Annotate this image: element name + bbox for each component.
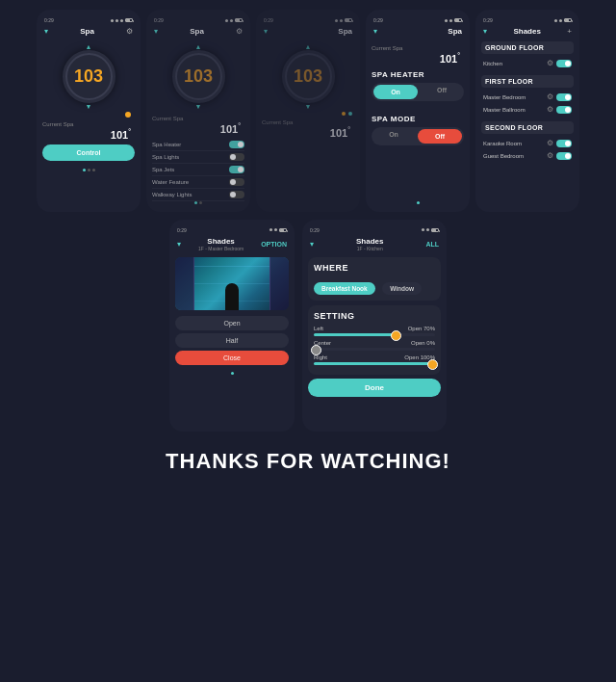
left-value: Open 70%: [408, 326, 435, 331]
shades-title-6: Shades: [181, 237, 261, 246]
current-value: 101°: [42, 128, 135, 141]
status-bar-6: 0:29: [175, 227, 289, 233]
list-item-jets: Spa Jets: [152, 164, 244, 176]
spa-dim-screen: 0:29 ▾ Spa ▲ 103 ▼ Current Spa 101°: [256, 10, 360, 212]
current-label: Current Spa: [42, 121, 135, 127]
right-slider[interactable]: [314, 362, 435, 365]
time: 0:29: [44, 17, 54, 23]
heater-off-button[interactable]: Off: [420, 83, 464, 101]
add-icon[interactable]: +: [567, 27, 572, 36]
list-item-heater: Spa Heater: [152, 139, 244, 151]
kitchen-room: Kitchen ⚙: [481, 57, 574, 69]
right-slider-row: Right Open 100%: [314, 354, 435, 365]
spa-list-screen: 0:29 ▾ Spa ⚙ ▲ 103 ▼ Current Spa 101° Sp…: [146, 10, 250, 212]
shades-list-screen: 0:29 ▾ Shades + GROUND FLOOR Kitchen ⚙ F…: [475, 10, 579, 212]
current-label-2: Current Spa: [152, 116, 244, 121]
control-button[interactable]: Control: [42, 144, 135, 161]
status-bar-4: 0:29: [372, 17, 464, 23]
screen-header-6: ▾ Shades 1F - Master Bedroom OPTION: [175, 237, 289, 251]
master-ballroom-room: Master Ballroom ⚙: [481, 103, 574, 116]
screen-title: Spa: [80, 27, 94, 36]
list-item-water: Water Feature: [152, 176, 244, 189]
status-bar: 0:29: [42, 17, 135, 23]
karaoke-gear-icon[interactable]: ⚙: [547, 139, 553, 147]
toggle-walkway[interactable]: [229, 191, 244, 198]
chevron-down-icon-3[interactable]: ▾: [264, 27, 268, 36]
toggle-heater[interactable]: [229, 141, 244, 148]
spa-dial-screen: 0:29 ▾ Spa ⚙ ▲ 103 ▼ Current Spa 1: [37, 10, 141, 212]
heater-toggle-group: On Off: [372, 83, 464, 101]
first-floor-title: FIRST FLOOR: [481, 75, 574, 88]
master-ball-gear-icon[interactable]: ⚙: [547, 105, 553, 114]
open-button[interactable]: Open: [175, 316, 289, 330]
time-4: 0:29: [373, 17, 383, 23]
time-5: 0:29: [483, 17, 493, 23]
guest-toggle[interactable]: [556, 152, 572, 160]
kitchen-toggle[interactable]: [556, 60, 572, 67]
left-label: Left: [314, 326, 323, 331]
toggle-lights[interactable]: [229, 153, 244, 161]
second-floor-title: SECOND FLOOR: [481, 121, 574, 134]
first-floor-section: FIRST FLOOR Master Bedroom ⚙ Master Ball…: [481, 75, 574, 116]
screen-title-2: Spa: [190, 27, 204, 36]
shades-title-7: Shades: [314, 237, 425, 246]
center-value: Open 0%: [411, 340, 435, 346]
close-button[interactable]: Close: [175, 351, 289, 365]
dial-ring[interactable]: 103: [63, 50, 116, 103]
status-bar-2: 0:29: [152, 17, 244, 23]
status-bar-7: 0:29: [308, 227, 441, 233]
setting-section: SETTING Left Open 70% Center Open 0%: [308, 305, 441, 375]
status-bar-3: 0:29: [262, 17, 354, 23]
dial-down[interactable]: ▼: [86, 103, 92, 110]
option-label[interactable]: OPTION: [261, 241, 287, 248]
center-slider[interactable]: [314, 348, 435, 351]
subtitle-6: 1F - Master Bedroom: [181, 246, 261, 251]
blinds-option-screen: 0:29 ▾ Shades 1F - Master Bedroom OPTION: [169, 220, 295, 432]
karaoke-room: Karaoke Room ⚙: [481, 137, 574, 149]
master-bed-toggle[interactable]: [556, 93, 572, 101]
spa-mode-label: SPA MODE: [372, 115, 464, 123]
master-ball-toggle[interactable]: [556, 106, 572, 114]
screen-header-7: ▾ Shades 1F - Kitchen ALL: [308, 237, 441, 251]
breakfast-nook-pill[interactable]: Breakfast Nook: [314, 282, 375, 295]
dial-up[interactable]: ▲: [86, 43, 92, 50]
master-bed-gear-icon[interactable]: ⚙: [547, 92, 553, 101]
done-button[interactable]: Done: [308, 379, 441, 397]
status-bar-5: 0:29: [481, 17, 574, 23]
kitchen-label: Kitchen: [483, 61, 502, 66]
chevron-down-icon-4[interactable]: ▾: [373, 27, 377, 36]
heater-on-button[interactable]: On: [373, 85, 418, 99]
kitchen-gear-icon[interactable]: ⚙: [547, 59, 553, 67]
screen-header-3: ▾ Spa: [262, 27, 354, 36]
pill-group: Breakfast Nook Window: [314, 277, 435, 295]
kitchen-controls: ⚙: [547, 59, 572, 67]
toggle-water[interactable]: [229, 178, 244, 186]
current-label-3: Current Spa: [262, 119, 354, 125]
time-2: 0:29: [154, 17, 164, 23]
settings-icon-2[interactable]: ⚙: [236, 27, 243, 36]
guest-gear-icon[interactable]: ⚙: [547, 151, 553, 160]
dial-value: 103: [74, 66, 103, 87]
window-pill[interactable]: Window: [382, 282, 422, 295]
thanks-text: THANKS FOR WATCHING!: [166, 449, 450, 474]
mode-off-button[interactable]: Off: [418, 129, 462, 144]
mode-on-button[interactable]: On: [372, 127, 416, 145]
dial-ring-2: 103: [172, 50, 225, 103]
mode-toggle-group: On Off: [372, 127, 464, 145]
toggle-jets[interactable]: [229, 166, 244, 173]
list-item-walkway: Walkway Lights: [152, 189, 244, 201]
karaoke-toggle[interactable]: [556, 140, 572, 147]
chevron-down-icon[interactable]: ▾: [44, 27, 48, 36]
chevron-down-icon-2[interactable]: ▾: [154, 27, 158, 36]
all-label[interactable]: ALL: [425, 241, 439, 248]
settings-icon[interactable]: ⚙: [126, 27, 133, 36]
dial-container: ▲ 103 ▼: [42, 43, 135, 110]
left-slider[interactable]: [314, 333, 435, 336]
dial-container-3: ▲ 103 ▼: [262, 43, 354, 110]
chevron-down-icon-5[interactable]: ▾: [483, 27, 487, 36]
ground-floor-title: GROUND FLOOR: [481, 41, 574, 54]
half-button[interactable]: Half: [175, 333, 289, 348]
where-setting-screen: 0:29 ▾ Shades 1F - Kitchen ALL WHERE Bre…: [302, 220, 447, 432]
spa-heater-label: SPA HEATER: [372, 70, 464, 79]
spa-heater-screen: 0:29 ▾ Spa Current Spa 101° SPA HEATER O…: [366, 10, 470, 212]
